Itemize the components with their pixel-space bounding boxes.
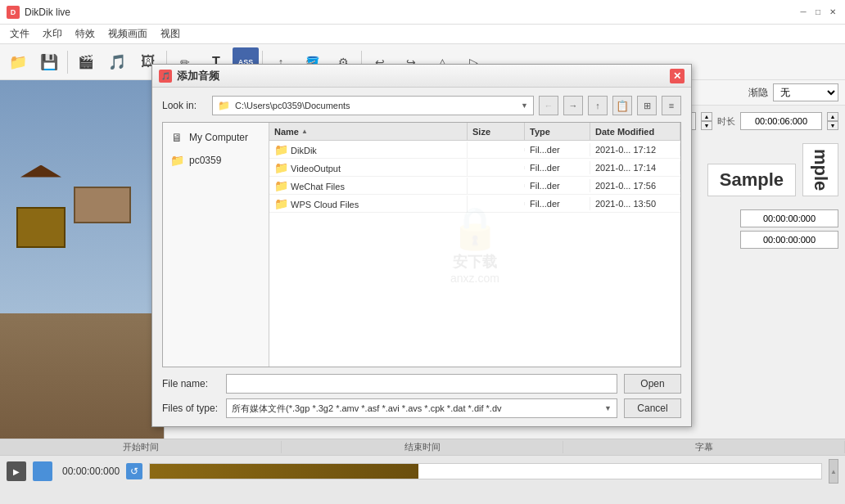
file-cell-date-3: 2021-0... 13:50 <box>590 197 680 210</box>
nav-forward-button[interactable]: → <box>563 96 583 115</box>
lookin-row: Look in: 📁 C:\Users\pc0359\Documents ▼ ←… <box>162 96 681 115</box>
filename-label: File name: <box>162 378 219 389</box>
nav-item-user-label: pc0359 <box>189 155 221 166</box>
file-cell-size-2 <box>468 184 525 187</box>
nav-up-button[interactable]: ↑ <box>588 96 608 115</box>
file-cell-name-3: 📁 WPS Cloud Files <box>269 196 468 212</box>
file-row[interactable]: 📁 VideoOutput Fil...der 2021-0... 17:14 <box>269 159 680 177</box>
filetype-combo[interactable]: 所有媒体文件(*.3gp *.3g2 *.amv *.asf *.avi *.a… <box>226 398 617 418</box>
lookin-arrow-icon: ▼ <box>521 101 528 110</box>
dialog-body: Look in: 📁 C:\Users\pc0359\Documents ▼ ←… <box>152 88 691 426</box>
file-cell-name-1: 📁 VideoOutput <box>269 160 468 176</box>
col-header-size[interactable]: Size <box>468 123 525 140</box>
computer-icon: 🖥 <box>169 130 184 145</box>
file-browser: 🖥 My Computer 📁 pc0359 Name ▲ <box>162 122 681 367</box>
col-header-name[interactable]: Name ▲ <box>269 123 468 140</box>
nav-item-user[interactable]: 📁 pc0359 <box>163 149 269 172</box>
nav-back-button[interactable]: ← <box>539 96 558 115</box>
file-cell-date-1: 2021-0... 17:14 <box>590 161 680 174</box>
open-button[interactable]: Open <box>624 374 681 394</box>
file-cell-type-1: Fil...der <box>525 161 590 174</box>
folder-icon-1: 📁 <box>274 161 288 174</box>
file-row[interactable]: 📁 WPS Cloud Files Fil...der 2021-0... 13… <box>269 195 680 213</box>
file-cell-date-0: 2021-0... 17:12 <box>590 143 680 156</box>
file-cell-date-2: 2021-0... 17:56 <box>590 179 680 192</box>
file-row[interactable]: 📁 DikDik Fil...der 2021-0... 17:12 <box>269 141 680 159</box>
nav-item-mycomputer[interactable]: 🖥 My Computer <box>163 126 269 149</box>
file-list-header: Name ▲ Size Type Date Modified <box>269 123 680 141</box>
folder-icon-0: 📁 <box>274 143 288 156</box>
nav-list-button[interactable]: ≡ <box>662 96 681 115</box>
lookin-combo[interactable]: 📁 C:\Users\pc0359\Documents ▼ <box>212 96 534 115</box>
cancel-button[interactable]: Cancel <box>624 398 681 418</box>
watermark-text: 安下载 <box>450 252 500 272</box>
lookin-path: C:\Users\pc0359\Documents <box>235 101 521 110</box>
file-cell-name-2: 📁 WeChat Files <box>269 178 468 194</box>
file-cell-size-1 <box>468 166 525 169</box>
filetype-text: 所有媒体文件(*.3gp *.3g2 *.amv *.asf *.avi *.a… <box>232 403 601 415</box>
file-cell-name-0: 📁 DikDik <box>269 142 468 158</box>
col-header-type[interactable]: Type <box>525 123 590 140</box>
file-cell-size-0 <box>468 148 525 151</box>
nav-clipboard-button[interactable]: 📋 <box>612 96 632 115</box>
file-cell-size-3 <box>468 202 525 205</box>
filetype-row: Files of type: 所有媒体文件(*.3gp *.3g2 *.amv … <box>162 398 681 418</box>
dialog-overlay: 🎵 添加音频 ✕ Look in: 📁 C:\Users\pc0359\Docu… <box>0 0 845 504</box>
filetype-label: Files of type: <box>162 403 219 414</box>
filetype-arrow-icon: ▼ <box>604 404 612 412</box>
add-audio-dialog: 🎵 添加音频 ✕ Look in: 📁 C:\Users\pc0359\Docu… <box>151 64 692 427</box>
nav-item-mycomputer-label: My Computer <box>189 132 248 143</box>
watermark-overlay: 🔒 安下载 anxz.com <box>450 205 500 285</box>
nav-grid-button[interactable]: ⊞ <box>637 96 657 115</box>
dialog-icon: 🎵 <box>159 70 172 83</box>
dialog-title-bar[interactable]: 🎵 添加音频 ✕ <box>152 65 691 88</box>
folder-icon-3: 📁 <box>274 197 288 210</box>
watermark-url: anxz.com <box>450 272 500 285</box>
filename-input[interactable] <box>226 374 617 394</box>
dialog-close-button[interactable]: ✕ <box>670 69 685 83</box>
col-header-date[interactable]: Date Modified <box>590 123 680 140</box>
folder-icon-2: 📁 <box>274 179 288 192</box>
lookin-label: Look in: <box>162 100 207 111</box>
nav-panel: 🖥 My Computer 📁 pc0359 <box>163 123 269 367</box>
file-cell-type-3: Fil...der <box>525 197 590 210</box>
sort-arrow-icon: ▲ <box>301 128 308 135</box>
filename-row: File name: Open <box>162 374 681 394</box>
user-folder-icon: 📁 <box>169 153 184 168</box>
file-row[interactable]: 📁 WeChat Files Fil...der 2021-0... 17:56 <box>269 177 680 195</box>
file-cell-type-0: Fil...der <box>525 143 590 156</box>
file-list: Name ▲ Size Type Date Modified <box>269 123 680 367</box>
file-cell-type-2: Fil...der <box>525 179 590 192</box>
dialog-title: 添加音频 <box>177 69 670 83</box>
